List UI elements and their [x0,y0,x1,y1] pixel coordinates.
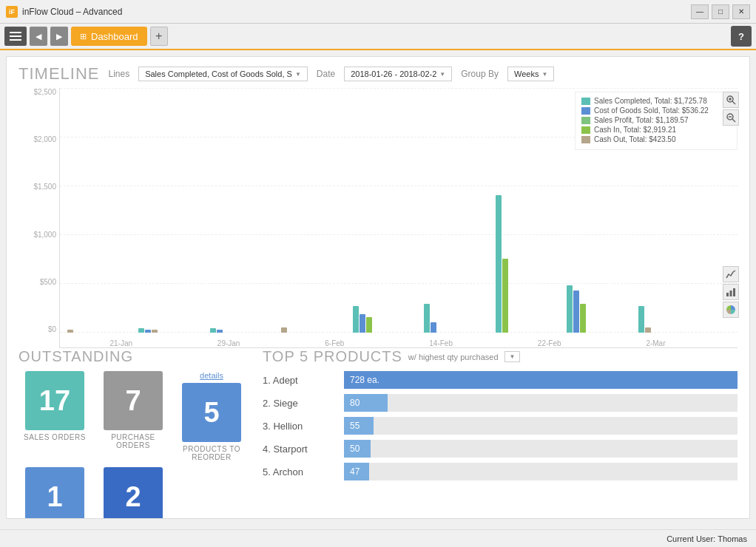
help-button[interactable]: ? [731,26,752,47]
window-title: inFlow Cloud – Advanced [22,7,691,17]
x-label-6: 2-Mar [646,339,665,347]
legend-label-2: Cost of Goods Sold, Total: $536.22 [594,106,709,115]
products-reorder-number: 5 [182,383,241,442]
timeline-title: TIMELINE [18,64,99,84]
line-chart-button[interactable] [723,266,739,282]
product-bar-4: 50 [344,440,371,458]
count-sheets-number: 2 [104,467,163,519]
product-row-5[interactable]: 5. Archon47 [263,463,738,480]
top5-header: TOP 5 PRODUCTS w/ highest qty purchased [263,348,738,365]
product-bar-container-1: 728 ea. [344,371,738,389]
top5-filter-dropdown[interactable] [504,351,521,362]
top5-subtitle: w/ highest qty purchased [408,353,499,361]
x-label-4: 14-Feb [429,339,453,347]
purchase-orders-label: PURCHASE ORDERS [97,433,169,449]
pie-chart-button[interactable] [723,302,739,318]
product-name-4: 4. Starport [263,444,337,455]
work-orders-card[interactable]: 1 WORK ORDERS [18,467,91,519]
bar [281,327,287,333]
product-bar-container-2: 80 [344,394,738,412]
legend-color-1 [581,98,590,105]
bar [152,330,158,333]
work-orders-number: 1 [25,467,84,519]
bar [366,317,372,333]
legend-item-3: Sales Profit, Total: $1,189.57 [581,116,731,124]
sales-orders-card[interactable]: 17 SALES ORDERS [18,371,91,461]
lines-label: Lines [108,69,129,79]
bar-group-6 [496,195,565,333]
status-bar: Current User: Thomas [0,529,756,547]
product-bar-2: 80 [344,394,388,412]
bar [580,304,586,333]
add-tab-button[interactable]: + [150,27,168,46]
product-bar-container-3: 55 [344,417,738,435]
minimize-button[interactable]: — [691,4,709,19]
legend-color-4 [581,126,590,134]
product-bar-container-5: 47 [344,463,738,480]
purchase-orders-card[interactable]: 7 PURCHASE ORDERS [97,371,169,461]
product-row-1[interactable]: 1. Adept728 ea. [263,371,738,389]
zoom-in-button[interactable] [723,92,739,108]
legend-item-2: Cost of Goods Sold, Total: $536.22 [581,106,731,115]
svg-rect-8 [730,291,732,296]
date-dropdown[interactable]: 2018-01-26 - 2018-02-2 [344,67,452,81]
product-row-3[interactable]: 3. Hellion55 [263,417,738,435]
svg-line-5 [732,119,735,122]
window-controls: — □ ✕ [691,4,750,19]
timeline-header: TIMELINE Lines Sales Completed, Cost of … [18,64,738,84]
products-reorder-label: PRODUCTS TO REORDER [175,445,248,461]
app-icon: iF [6,6,18,18]
dashboard-icon: ⊞ [80,32,87,41]
top5-section: TOP 5 PRODUCTS w/ highest qty purchased … [263,348,738,511]
bar [217,330,223,333]
close-button[interactable]: ✕ [732,4,750,19]
bar-group-1 [138,328,208,333]
title-bar: iF inFlow Cloud – Advanced — □ ✕ [0,0,756,24]
product-name-1: 1. Adept [263,375,337,386]
outstanding-title: OUTSTANDING [18,348,248,365]
bar [567,285,573,333]
zoom-out-button[interactable] [723,109,739,126]
y-label-2: $1,000 [18,231,59,239]
bar [496,195,502,333]
products-reorder-card[interactable]: details 5 PRODUCTS TO REORDER [175,371,248,461]
legend-label-1: Sales Completed, Total: $1,725.78 [594,97,707,105]
product-row-2[interactable]: 2. Siege80 [263,394,738,412]
lines-dropdown[interactable]: Sales Completed, Cost of Goods Sold, S [138,67,308,81]
bar [210,328,216,333]
forward-button[interactable]: ▶ [50,27,68,46]
details-link[interactable]: details [200,371,223,380]
count-sheets-card[interactable]: 2 COUNT SHEETS [97,467,169,519]
bar [360,314,365,333]
groupby-label: Group By [461,69,499,79]
y-axis: $2,500 $2,000 $1,500 $1,000 $500 $0 [18,88,59,348]
empty-card [175,467,248,519]
bar [638,306,644,333]
outstanding-section: OUTSTANDING 17 SALES ORDERS 7 PURCHASE O… [18,348,248,511]
bar [145,330,151,333]
legend-label-3: Sales Profit, Total: $1,189.57 [594,116,689,124]
groupby-dropdown[interactable]: Weeks [507,67,554,81]
product-bar-5: 47 [344,463,369,480]
menu-button[interactable] [4,27,27,46]
chart-area: 21-Jan 29-Jan 6-Feb 14-Feb 22-Feb 2-Mar … [59,88,738,348]
bar-group-5 [424,304,493,333]
bar [645,327,651,333]
chart-type-controls [723,266,739,318]
bar-group-3 [281,327,351,333]
sales-orders-label: SALES ORDERS [24,433,86,441]
purchase-orders-number: 7 [104,371,163,430]
bar-chart-button[interactable] [723,284,739,300]
dashboard-tab[interactable]: ⊞ Dashboard [71,27,147,46]
bar-group-8 [638,306,708,333]
chart-legend: Sales Completed, Total: $1,725.78 Cost o… [575,92,738,150]
maximize-button[interactable]: □ [712,4,729,19]
bar [431,322,436,333]
product-row-4[interactable]: 4. Starport50 [263,440,738,458]
product-name-5: 5. Archon [263,466,337,478]
legend-item-4: Cash In, Total: $2,919.21 [581,126,731,134]
back-button[interactable]: ◀ [30,27,47,46]
legend-label-5: Cash Out, Total: $423.50 [594,135,675,143]
toolbar: ◀ ▶ ⊞ Dashboard + ? [0,24,756,50]
bar [67,330,73,333]
